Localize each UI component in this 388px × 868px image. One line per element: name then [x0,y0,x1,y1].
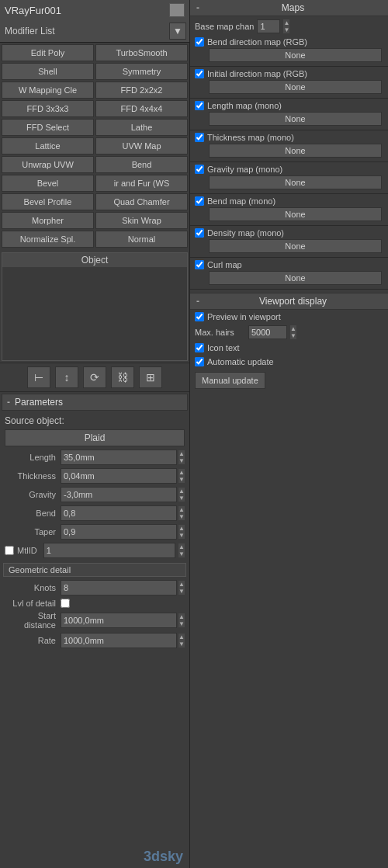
source-label: Source object: [2,414,188,428]
auto-update-checkbox[interactable] [195,357,204,366]
mod-btn-quad-chamfer[interactable]: Quad Chamfer [95,193,188,210]
toolbar-link-btn[interactable]: ⛓ [111,366,134,388]
map-item-4: Gravity map (mono)None [190,162,388,194]
map-checkbox-1[interactable] [195,69,204,78]
mtlid-input[interactable] [43,543,175,558]
toolbar-pin-btn[interactable]: ⊢ [27,366,50,388]
source-value: Plaid [5,429,185,446]
mod-btn-bevel[interactable]: Bevel [2,175,94,192]
map-checkbox-2[interactable] [195,101,204,110]
toolbar-move-btn[interactable]: ↕ [55,366,78,388]
toolbar-rotate-btn[interactable]: ⟳ [83,366,106,388]
max-hairs-label: Max. hairs [195,328,245,337]
map-checkbox-4[interactable] [195,165,204,174]
manual-update-btn[interactable]: Manual update [195,372,265,389]
spin-down[interactable]: ▼ [178,495,185,502]
spin-up[interactable]: ▲ [178,525,185,532]
geo-row-rate: Rate▲▼ [2,631,188,650]
spin-down[interactable]: ▼ [178,476,185,483]
spin-up[interactable]: ▲ [178,543,185,550]
mod-btn-normal[interactable]: Normal [95,231,188,248]
spin-down[interactable]: ▼ [178,641,185,648]
max-hairs-spin-down[interactable]: ▼ [290,332,296,339]
max-hairs-spin-up[interactable]: ▲ [290,325,296,332]
spin-up[interactable]: ▲ [178,506,185,513]
param-row-gravity: Gravity▲▼ [2,485,188,504]
thickness-input[interactable] [61,468,177,484]
toolbar-config-btn[interactable]: ⊞ [139,366,162,388]
spin-down[interactable]: ▼ [178,513,185,520]
mod-btn-uvw-map[interactable]: UVW Map [95,137,188,155]
map-checkbox-0[interactable] [195,37,204,47]
map-checkbox-3[interactable] [195,133,204,142]
mod-btn-bevel-profile[interactable]: Bevel Profile [2,193,94,210]
basemap-spin-up[interactable]: ▲ [283,19,289,26]
max-hairs-spin: ▲ ▼ [290,325,296,339]
map-none-btn-3[interactable]: None [209,144,382,158]
mod-btn-turbo-smooth[interactable]: TurboSmooth [95,44,188,61]
mod-btn-edit-poly[interactable]: Edit Poly [2,44,94,61]
mtlid-checkbox[interactable] [5,546,14,555]
mod-btn-morpher[interactable]: Morpher [2,212,94,229]
mod-btn-ffd-3x3x3[interactable]: FFD 3x3x3 [2,100,94,117]
map-item-3: Thickness map (mono)None [190,130,388,162]
map-checkbox-6[interactable] [195,228,204,238]
modifier-dropdown-arrow[interactable]: ▼ [169,23,186,40]
object-section: Object [2,252,188,361]
auto-update-label: Automatic update [207,357,274,366]
max-hairs-input[interactable] [248,325,287,339]
map-none-btn-1[interactable]: None [209,80,382,94]
spin-up[interactable]: ▲ [178,634,185,641]
mod-btn-lattice[interactable]: Lattice [2,137,94,155]
spin-up[interactable]: ▲ [178,469,185,476]
spin-down[interactable]: ▼ [178,550,185,557]
lvl of detail-checkbox[interactable] [61,599,70,608]
spin-down[interactable]: ▼ [178,588,185,595]
mod-btn-ffd-select[interactable]: FFD Select [2,119,94,136]
gravity-label: Gravity [5,490,59,499]
spin-down[interactable]: ▼ [178,457,185,464]
spin-down[interactable]: ▼ [178,620,185,627]
gravity-input[interactable] [61,487,177,502]
map-checkbox-5[interactable] [195,196,204,206]
mod-btn-unwrap-uvw[interactable]: Unwrap UVW [2,156,94,173]
mod-btn-lathe[interactable]: Lathe [95,119,188,136]
basemap-input[interactable] [257,19,280,33]
params-title: Parameters [15,397,63,408]
map-label-6: Density map (mono) [207,228,284,238]
knots-input[interactable] [61,580,177,595]
icon-text-checkbox[interactable] [195,343,204,352]
basemap-spin-down[interactable]: ▼ [283,26,289,33]
map-none-btn-7[interactable]: None [209,271,382,285]
map-none-btn-2[interactable]: None [209,112,382,126]
mod-btn-ir-fur[interactable]: ir and Fur (WS [95,175,188,192]
bend-input[interactable] [61,505,177,521]
mod-btn-w-mapping[interactable]: W Mapping Cle [2,82,94,99]
mod-btn-ffd-4x4x4[interactable]: FFD 4x4x4 [95,100,188,117]
taper-input[interactable] [61,524,177,540]
mod-btn-normalize-spl[interactable]: Normalize Spl. [2,231,94,248]
header-box[interactable] [169,3,185,17]
spin-up[interactable]: ▲ [178,488,185,495]
map-checkbox-7[interactable] [195,260,204,269]
map-none-btn-6[interactable]: None [209,239,382,253]
object-list[interactable] [2,267,187,360]
spin-up[interactable]: ▲ [178,450,185,457]
spin-down[interactable]: ▼ [178,532,185,539]
mod-btn-bend[interactable]: Bend [95,156,188,173]
map-none-btn-0[interactable]: None [209,48,382,62]
mod-btn-symmetry[interactable]: Symmetry [95,63,188,80]
spin-up[interactable]: ▲ [178,613,185,620]
start-distance-input[interactable] [61,613,177,628]
mod-btn-ffd-2x2x2[interactable]: FFD 2x2x2 [95,82,188,99]
geo-detail-header: Geometric detail [3,563,186,577]
rate-input[interactable] [61,633,177,648]
length-input[interactable] [61,450,177,465]
mod-btn-shell[interactable]: Shell [2,63,94,80]
preview-checkbox[interactable] [195,312,204,321]
panel-header: VRayFur001 [0,0,189,20]
spin-up[interactable]: ▲ [178,581,185,588]
map-none-btn-5[interactable]: None [209,207,382,221]
mod-btn-skin-wrap[interactable]: Skin Wrap [95,212,188,229]
map-none-btn-4[interactable]: None [209,175,382,189]
